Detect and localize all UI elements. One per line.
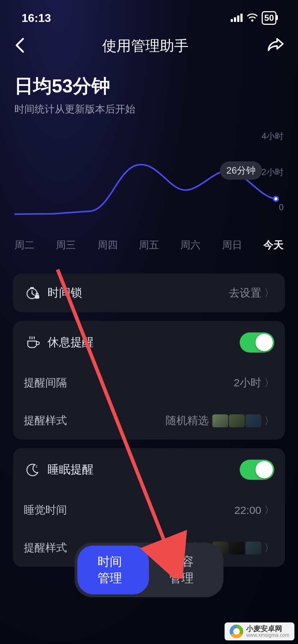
tab-content-management[interactable]: 内容管理 (149, 546, 221, 594)
sleep-time-row[interactable]: 睡觉时间 22:00 〉 (13, 491, 285, 529)
svg-text:z: z (36, 464, 37, 468)
time-lock-label: 时间锁 (42, 285, 229, 301)
chart-tooltip: 26分钟 (220, 161, 262, 180)
usage-chart: 4小时 2小时 0 26分钟 (14, 130, 284, 231)
x-tick-today: 今天 (263, 238, 284, 252)
interval-label: 提醒间隔 (24, 376, 234, 390)
time-lock-card: 时间锁 去设置 〉 (13, 273, 285, 312)
moon-icon: z (24, 463, 42, 477)
interval-value: 2小时 (234, 376, 261, 390)
x-tick: 周日 (222, 238, 242, 252)
rest-reminder-card: 休息提醒 提醒间隔 2小时 〉 提醒样式 随机精选 〉 (13, 321, 285, 440)
chevron-right-icon: 〉 (264, 503, 274, 517)
usage-summary: 日均53分钟 时间统计从更新版本后开始 (0, 63, 298, 116)
svg-rect-0 (231, 19, 233, 22)
settings-list: 时间锁 去设置 〉 休息提醒 提醒间隔 2小时 〉 提醒样式 随机精选 (0, 252, 298, 567)
reminder-interval-row[interactable]: 提醒间隔 2小时 〉 (13, 364, 285, 402)
bottom-tab-bar: 时间管理 内容管理 (74, 543, 224, 597)
wifi-icon (247, 12, 258, 25)
x-tick: 周六 (180, 238, 200, 252)
x-tick: 周四 (98, 238, 118, 252)
svg-rect-2 (237, 15, 239, 22)
svg-point-4 (251, 19, 253, 22)
x-tick: 周二 (14, 238, 35, 252)
watermark-logo-icon (230, 625, 243, 638)
watermark-url: www.xmsigma.com (246, 632, 289, 638)
chevron-right-icon: 〉 (264, 414, 274, 428)
time-lock-action: 去设置 (229, 286, 261, 300)
share-icon[interactable] (266, 38, 284, 54)
watermark-name: 小麦安卓网 (246, 625, 289, 632)
chevron-right-icon: 〉 (264, 286, 274, 300)
watermark: 小麦安卓网 www.xmsigma.com (225, 622, 294, 640)
chevron-right-icon: 〉 (264, 376, 274, 390)
summary-subtitle: 时间统计从更新版本后开始 (14, 102, 284, 116)
sleep-reminder-toggle[interactable] (240, 460, 274, 480)
sleep-reminder-label: 睡眠提醒 (42, 462, 240, 478)
sleep-time-label: 睡觉时间 (24, 503, 234, 518)
svg-rect-7 (30, 287, 34, 289)
style-thumbnails (212, 414, 261, 427)
reminder-style-row[interactable]: 提醒样式 随机精选 〉 (13, 402, 285, 440)
cup-icon (24, 335, 42, 350)
chevron-right-icon: 〉 (264, 541, 274, 555)
time-lock-row[interactable]: 时间锁 去设置 〉 (13, 273, 285, 312)
average-label: 日均53分钟 (14, 74, 284, 99)
battery-icon: 50 (262, 11, 276, 25)
style-label: 提醒样式 (24, 413, 166, 428)
page-title: 使用管理助手 (24, 36, 266, 56)
rest-reminder-row: 休息提醒 (13, 321, 285, 364)
stopwatch-lock-icon (24, 286, 42, 300)
status-indicators: 50 (231, 11, 276, 25)
signal-icon (231, 12, 243, 25)
rest-reminder-label: 休息提醒 (42, 335, 240, 350)
rest-reminder-toggle[interactable] (240, 332, 274, 353)
x-tick: 周三 (56, 238, 76, 252)
chart-x-axis: 周二 周三 周四 周五 周六 周日 今天 (0, 231, 298, 252)
back-icon[interactable] (14, 37, 24, 55)
svg-rect-3 (240, 14, 243, 22)
status-time: 16:13 (22, 12, 51, 25)
style-value: 随机精选 (166, 413, 261, 428)
svg-rect-1 (234, 17, 236, 22)
sleep-time-value: 22:00 (234, 504, 261, 516)
svg-rect-8 (35, 295, 39, 299)
x-tick: 周五 (139, 238, 159, 252)
sleep-reminder-row: z 睡眠提醒 (13, 448, 285, 491)
svg-point-5 (274, 197, 278, 201)
tab-time-management[interactable]: 时间管理 (77, 546, 149, 594)
status-bar: 16:13 50 (0, 0, 298, 29)
header: 使用管理助手 (0, 29, 298, 63)
